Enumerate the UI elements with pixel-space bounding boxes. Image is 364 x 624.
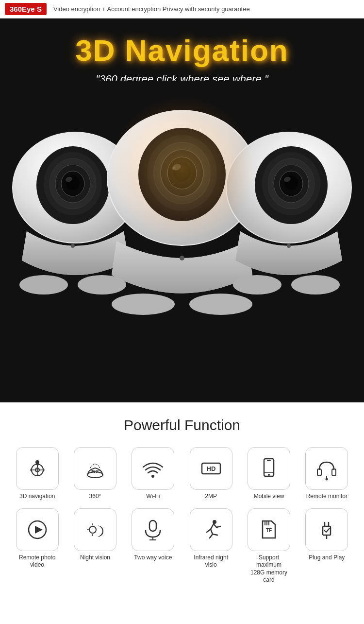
- svg-line-66: [271, 521, 275, 524]
- feature-label-infrared: Infrared nightvisio: [194, 554, 228, 569]
- feature-label-night: Night vision: [80, 554, 110, 562]
- feature-voice: Two way voice: [126, 508, 181, 584]
- svg-text:TF: TF: [266, 528, 272, 533]
- feature-mobile: Mobile view: [241, 447, 296, 501]
- features-section: Powerful Function 3D na: [0, 402, 364, 602]
- feature-icon-voice: [132, 508, 174, 551]
- svg-rect-62: [149, 520, 156, 531]
- night-vision-icon: [83, 518, 107, 542]
- feature-icon-night: [74, 508, 116, 551]
- plug-icon: [314, 518, 339, 542]
- svg-point-42: [35, 460, 39, 464]
- feature-label-photo: Remote photovideo: [19, 554, 55, 569]
- feature-360: 360° 360°: [67, 447, 122, 501]
- cameras-group: [0, 81, 364, 319]
- feature-icon-mobile: [248, 447, 290, 490]
- svg-point-37: [287, 244, 291, 248]
- mobile-icon: [257, 456, 281, 481]
- features-row-2: Remote photovideo Night vision: [10, 508, 354, 584]
- feature-icon-360: 360°: [74, 447, 116, 490]
- feature-wifi: Wi-Fi: [126, 447, 181, 501]
- svg-point-50: [268, 474, 270, 476]
- feature-label-3d-nav: 3D navigation: [19, 493, 55, 501]
- features-row-1: 3D navigation 360° 360°: [10, 447, 354, 501]
- svg-text:360°: 360°: [91, 469, 100, 474]
- feature-icon-photo: [16, 508, 59, 551]
- header: 360Eye S Video encryption + Account encr…: [0, 0, 364, 18]
- svg-point-65: [213, 520, 216, 524]
- feature-3d-nav: 3D navigation: [10, 447, 65, 501]
- svg-rect-53: [332, 469, 336, 476]
- svg-point-45: [151, 475, 154, 478]
- feature-plug: Plug and Play: [299, 508, 354, 584]
- svg-point-55: [326, 478, 328, 481]
- cameras-svg: [0, 81, 364, 319]
- feature-label-plug: Plug and Play: [309, 554, 345, 562]
- microphone-icon: [141, 518, 165, 542]
- feature-label-mobile: Mobile view: [254, 493, 284, 501]
- svg-point-10: [19, 275, 68, 295]
- 3d-navigation-icon: [25, 456, 50, 481]
- feature-icon-infrared: [190, 508, 232, 551]
- features-title: Powerful Function: [10, 417, 354, 433]
- headphone-icon: [314, 456, 339, 481]
- hd-icon: HD: [199, 456, 223, 481]
- feature-icon-remote: [305, 447, 348, 490]
- feature-2mp: HD 2MP: [183, 447, 238, 501]
- svg-rect-52: [317, 469, 321, 476]
- svg-point-58: [89, 526, 96, 533]
- svg-marker-57: [35, 526, 43, 534]
- feature-icon-3d-nav: [16, 447, 59, 490]
- infrared-icon: [199, 518, 223, 542]
- feature-label-2mp: 2MP: [205, 493, 217, 501]
- feature-label-wifi: Wi-Fi: [146, 493, 160, 501]
- feature-icon-wifi: [132, 447, 174, 490]
- feature-label-remote: Remote monitor: [306, 493, 347, 501]
- feature-label-voice: Two way voice: [134, 554, 172, 562]
- feature-icon-plug: [305, 508, 348, 551]
- feature-photo: Remote photovideo: [10, 508, 65, 584]
- hero-title: 3D Navigation: [75, 34, 288, 67]
- svg-rect-71: [323, 526, 331, 535]
- svg-point-24: [189, 294, 252, 315]
- header-description: Video encryption + Account encryption Pr…: [53, 5, 250, 13]
- feature-icon-sd: TF: [248, 508, 290, 551]
- feature-sd: TF Support maximum128G memory card: [241, 508, 296, 584]
- feature-label-sd: Support maximum128G memory card: [247, 554, 291, 584]
- feature-remote: Remote monitor: [299, 447, 354, 501]
- play-icon: [25, 518, 50, 542]
- 360-icon: 360°: [83, 456, 107, 481]
- feature-night: Night vision: [67, 508, 122, 584]
- feature-label-360: 360°: [89, 493, 101, 501]
- feature-infrared: Infrared nightvisio: [183, 508, 238, 584]
- svg-point-36: [291, 275, 340, 295]
- svg-point-35: [233, 275, 281, 295]
- sd-card-icon: TF: [257, 518, 281, 542]
- hero-section: 3D Navigation "360 degree click where se…: [0, 18, 364, 402]
- svg-text:HD: HD: [206, 465, 215, 472]
- svg-point-25: [180, 256, 184, 260]
- feature-icon-2mp: HD: [190, 447, 232, 490]
- svg-point-12: [71, 244, 75, 248]
- svg-rect-48: [264, 459, 274, 476]
- svg-point-23: [112, 294, 175, 315]
- brand-badge: 360Eye S: [5, 3, 47, 15]
- wifi-icon: [141, 456, 165, 481]
